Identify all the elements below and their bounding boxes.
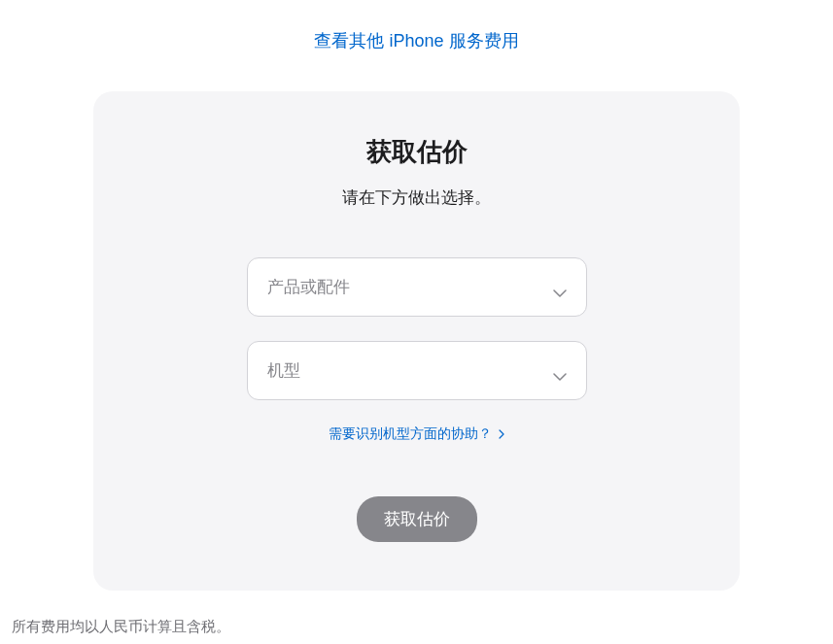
- card-title: 获取估价: [132, 135, 701, 169]
- top-link-wrapper: 查看其他 iPhone 服务费用: [10, 29, 823, 52]
- product-dropdown[interactable]: 产品或配件: [247, 257, 587, 317]
- estimate-card: 获取估价 请在下方做出选择。 产品或配件 机型 需要识别机型方面的协助？ 获取估…: [93, 91, 740, 591]
- footer-text: 所有费用均以人民币计算且含税。 截至 2023 年 2 月底，保外电池服务的费用…: [10, 618, 823, 644]
- view-other-fees-link[interactable]: 查看其他 iPhone 服务费用: [314, 31, 518, 51]
- chevron-right-icon: [499, 425, 504, 441]
- get-estimate-button[interactable]: 获取估价: [357, 496, 477, 542]
- model-dropdown-label: 机型: [267, 359, 300, 382]
- help-link-text: 需要识别机型方面的协助？: [329, 425, 492, 441]
- product-dropdown-label: 产品或配件: [267, 276, 350, 298]
- help-link-wrapper: 需要识别机型方面的协助？: [132, 424, 701, 443]
- model-dropdown[interactable]: 机型: [247, 341, 587, 400]
- footer-tax-note: 所有费用均以人民币计算且含税。: [12, 618, 821, 636]
- identify-model-help-link[interactable]: 需要识别机型方面的协助？: [329, 425, 505, 441]
- chevron-down-icon: [553, 284, 567, 291]
- chevron-down-icon: [553, 367, 567, 375]
- card-subtitle: 请在下方做出选择。: [132, 186, 701, 209]
